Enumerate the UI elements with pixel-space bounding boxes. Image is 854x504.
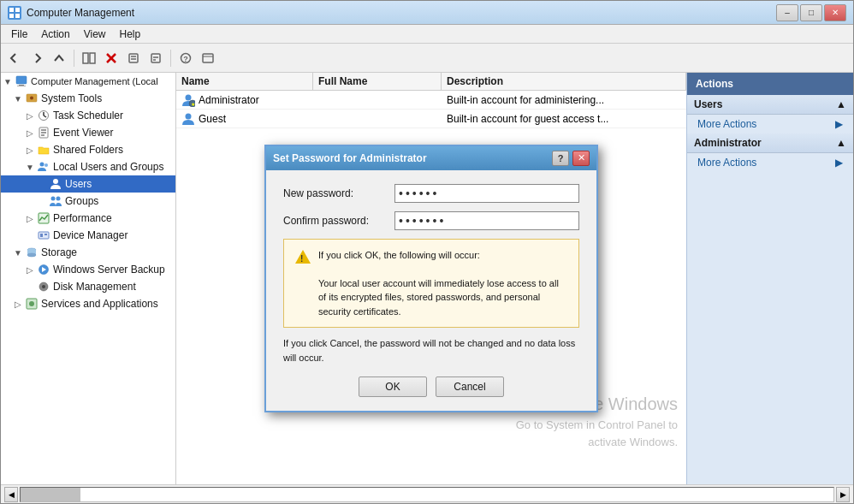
scroll-thumb bbox=[21, 488, 80, 501]
dialog-help-button[interactable]: ? bbox=[552, 151, 569, 166]
actions-title: Actions bbox=[687, 73, 853, 95]
sidebar-item-task-scheduler[interactable]: ▷ Task Scheduler bbox=[1, 107, 175, 124]
svg-rect-3 bbox=[15, 14, 20, 18]
sidebar-item-root[interactable]: ▼ Computer Management (Local bbox=[1, 73, 175, 90]
scroll-right-button[interactable]: ▶ bbox=[836, 487, 850, 502]
back-button[interactable] bbox=[4, 48, 25, 68]
scroll-left-button[interactable]: ◀ bbox=[4, 487, 18, 502]
svg-rect-16 bbox=[203, 54, 213, 62]
sidebar-item-disk-mgmt[interactable]: Disk Management bbox=[1, 278, 175, 295]
svg-point-44 bbox=[42, 285, 45, 288]
svg-point-33 bbox=[51, 197, 56, 201]
warning-line1: If you click OK, the following will occu… bbox=[318, 250, 480, 260]
menu-view[interactable]: View bbox=[77, 27, 113, 42]
svg-point-41 bbox=[27, 253, 36, 257]
expand-icon: ▷ bbox=[25, 145, 35, 155]
event-viewer-label: Event Viewer bbox=[53, 127, 113, 139]
minimize-button[interactable]: – bbox=[776, 4, 798, 21]
new-password-input[interactable] bbox=[394, 184, 579, 203]
shared-folders-label: Shared Folders bbox=[53, 144, 123, 156]
disk-icon bbox=[37, 280, 50, 294]
sidebar-item-shared-folders[interactable]: ▷ Shared Folders bbox=[1, 141, 175, 158]
expand-icon bbox=[37, 196, 47, 206]
users-more-actions-arrow: ▶ bbox=[835, 118, 843, 130]
svg-rect-36 bbox=[39, 232, 49, 239]
svg-point-30 bbox=[40, 163, 44, 167]
console-button[interactable] bbox=[198, 48, 218, 68]
sidebar: ▼ Computer Management (Local ▼ bbox=[1, 73, 176, 484]
svg-rect-0 bbox=[9, 8, 14, 12]
expand-icon: ▼ bbox=[13, 93, 23, 104]
forward-button[interactable] bbox=[27, 48, 47, 68]
sidebar-item-system-tools[interactable]: ▼ System Tools bbox=[1, 90, 175, 107]
device-manager-label: Device Manager bbox=[53, 229, 128, 241]
menu-action[interactable]: Action bbox=[34, 27, 76, 42]
dialog-buttons: OK Cancel bbox=[283, 377, 579, 397]
dialog-title-bar: Set Password for Administrator ? ✕ bbox=[266, 146, 596, 170]
expand-icon: ▷ bbox=[25, 264, 35, 275]
help-button[interactable]: ? bbox=[175, 48, 196, 68]
cancel-text: If you click Cancel, the password will n… bbox=[283, 336, 579, 365]
horizontal-scrollbar[interactable] bbox=[20, 487, 834, 502]
users-icon bbox=[49, 177, 62, 191]
status-scroll-area[interactable]: ◀ ▶ bbox=[4, 487, 850, 502]
warning-detail: Your local user account will immediately… bbox=[318, 278, 559, 317]
cancel-info: If you click Cancel, the password will n… bbox=[283, 338, 575, 363]
svg-rect-20 bbox=[17, 86, 26, 86]
delete-button[interactable] bbox=[101, 48, 122, 68]
confirm-password-input[interactable] bbox=[394, 211, 579, 230]
set-password-dialog: Set Password for Administrator ? ✕ New p… bbox=[264, 145, 598, 413]
up-button[interactable] bbox=[49, 48, 69, 68]
groups-icon bbox=[49, 194, 62, 208]
svg-point-46 bbox=[29, 301, 34, 306]
sidebar-item-storage[interactable]: ▼ Storage bbox=[1, 244, 175, 261]
sidebar-item-users[interactable]: Users bbox=[1, 175, 175, 193]
admin-more-actions-arrow: ▶ bbox=[835, 157, 843, 169]
device-manager-icon bbox=[37, 228, 50, 242]
svg-point-31 bbox=[44, 163, 48, 167]
svg-rect-2 bbox=[9, 14, 14, 18]
close-button[interactable]: ✕ bbox=[824, 4, 846, 21]
section-users-label: Users bbox=[694, 98, 722, 110]
dialog-close-button[interactable]: ✕ bbox=[572, 151, 590, 166]
properties-button[interactable] bbox=[123, 48, 144, 68]
sidebar-item-performance[interactable]: ▷ Performance bbox=[1, 210, 175, 227]
sidebar-item-local-users[interactable]: ▼ Local Users and Groups bbox=[1, 158, 175, 175]
menu-help[interactable]: Help bbox=[113, 27, 148, 42]
expand-icon bbox=[25, 282, 35, 292]
expand-icon: ▷ bbox=[25, 110, 35, 121]
local-users-label: Local Users and Groups bbox=[53, 161, 163, 173]
svg-point-32 bbox=[53, 179, 58, 184]
status-bar: ◀ ▶ bbox=[1, 484, 853, 503]
sidebar-item-services[interactable]: ▷ Services and Applications bbox=[1, 295, 175, 312]
sidebar-item-backup[interactable]: ▷ Windows Server Backup bbox=[1, 261, 175, 278]
svg-text:?: ? bbox=[183, 55, 188, 63]
export-button[interactable] bbox=[145, 48, 166, 68]
window-title: Computer Management bbox=[27, 7, 134, 19]
users-more-actions[interactable]: More Actions ▶ bbox=[687, 115, 853, 133]
sidebar-item-device-manager[interactable]: Device Manager bbox=[1, 227, 175, 244]
section-users-chevron: ▲ bbox=[836, 98, 846, 110]
actions-section-users[interactable]: Users ▲ bbox=[687, 95, 853, 115]
menu-file[interactable]: File bbox=[4, 27, 34, 42]
warning-triangle bbox=[295, 250, 311, 264]
window-icon bbox=[8, 6, 21, 20]
dialog-title: Set Password for Administrator bbox=[273, 152, 427, 164]
admin-more-actions[interactable]: More Actions ▶ bbox=[687, 153, 853, 172]
performance-label: Performance bbox=[53, 212, 112, 224]
show-hide-button[interactable] bbox=[79, 48, 99, 68]
actions-panel: Actions Users ▲ More Actions ▶ Administr… bbox=[686, 73, 853, 484]
title-bar-buttons: – □ ✕ bbox=[776, 4, 846, 21]
sidebar-item-groups[interactable]: Groups bbox=[1, 193, 175, 210]
sidebar-item-event-viewer[interactable]: ▷ Event Viewer bbox=[1, 124, 175, 141]
expand-icon bbox=[25, 230, 35, 240]
new-password-field: New password: bbox=[283, 184, 579, 203]
ok-button[interactable]: OK bbox=[359, 377, 427, 397]
cancel-button[interactable]: Cancel bbox=[436, 377, 504, 397]
main-area: ▼ Computer Management (Local ▼ bbox=[1, 73, 853, 484]
actions-section-admin[interactable]: Administrator ▲ bbox=[687, 133, 853, 153]
expand-icon: ▷ bbox=[25, 127, 35, 138]
restore-button[interactable]: □ bbox=[800, 4, 822, 21]
warning-icon bbox=[294, 250, 311, 267]
expand-icon: ▷ bbox=[13, 299, 23, 309]
